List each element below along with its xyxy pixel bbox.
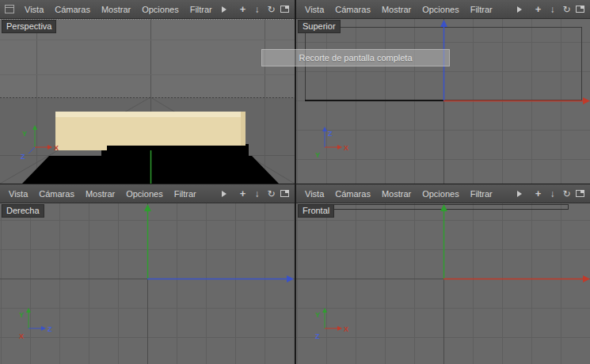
toggle-view-icon[interactable] [280, 6, 289, 13]
pan-icon[interactable]: + [238, 3, 248, 15]
axis-x-arrowhead [583, 97, 590, 104]
axis-z-arrowhead [440, 20, 447, 27]
gizmo-y-label: Y [315, 151, 320, 159]
rotate-icon[interactable]: ↻ [266, 4, 276, 15]
menu-filtrar[interactable]: Filtrar [465, 5, 498, 14]
menu-opciones[interactable]: Opciones [417, 5, 464, 14]
gizmo-y-label: Y [19, 311, 24, 319]
gizmo-x-label: X [54, 144, 59, 152]
menu-camaras[interactable]: Cámaras [49, 5, 96, 14]
menu-overflow-icon[interactable] [517, 6, 522, 13]
menu-vista[interactable]: Vista [299, 5, 329, 14]
menu-filtrar[interactable]: Filtrar [169, 189, 202, 199]
gizmo-z-label: Z [328, 130, 333, 138]
top-scene: Z X Y [296, 19, 590, 184]
rotate-icon[interactable]: ↻ [266, 188, 276, 199]
viewport-canvas-perspective[interactable]: Perspectiva [0, 19, 295, 184]
menu-overflow-icon[interactable] [222, 191, 226, 197]
viewport-label: Superior [298, 20, 341, 33]
menu-overflow-icon[interactable] [222, 6, 226, 13]
menu-camaras[interactable]: Cámaras [329, 5, 376, 14]
axis-z-arrowhead [287, 275, 294, 282]
menu-overflow-icon[interactable] [517, 191, 522, 197]
viewport-canvas-right[interactable]: Derecha Y Z X [0, 203, 295, 364]
axis-y-arrowhead [144, 204, 151, 211]
toggle-view-icon[interactable] [280, 190, 289, 197]
menubar-perspective: Vista Cámaras Mostrar Opciones Filtrar +… [0, 0, 295, 19]
menu-filtrar[interactable]: Filtrar [465, 189, 498, 199]
gizmo-x-label: X [344, 325, 348, 333]
rotate-icon[interactable]: ↻ [561, 188, 572, 199]
toggle-view-icon[interactable] [576, 6, 584, 13]
zoom-icon[interactable]: ↓ [252, 188, 262, 199]
axis-gizmo: Y X Z [315, 308, 348, 340]
gizmo-y-label: Y [22, 130, 27, 138]
menubar-front: Vista Cámaras Mostrar Opciones Filtrar +… [296, 184, 590, 203]
menubar-top: Vista Cámaras Mostrar Opciones Filtrar +… [296, 0, 590, 19]
pan-icon[interactable]: + [533, 188, 543, 199]
floor-plane-near[interactable] [101, 144, 249, 157]
toggle-view-icon[interactable] [576, 190, 584, 197]
gizmo-x-label: X [19, 332, 24, 340]
object-box[interactable] [55, 112, 246, 150]
menu-opciones[interactable]: Opciones [417, 189, 464, 199]
zoom-icon[interactable]: ↓ [547, 188, 558, 199]
menu-mostrar[interactable]: Mostrar [96, 5, 136, 14]
object-box-side-shade [241, 112, 246, 146]
rotate-icon[interactable]: ↻ [561, 4, 572, 15]
zoom-icon[interactable]: ↓ [252, 4, 262, 15]
gizmo-z-label: Z [315, 332, 320, 340]
object-outline-front[interactable] [325, 205, 569, 210]
pan-icon[interactable]: + [238, 188, 248, 199]
screen-capture-overlay: Recorte de pantalla completa [261, 49, 450, 66]
axis-gizmo: Z X Y [315, 127, 348, 159]
axis-gizmo: Y Z X [19, 308, 52, 340]
gizmo-z-label: Z [48, 325, 52, 333]
c4d-four-view-layout: Vista Cámaras Mostrar Opciones Filtrar +… [0, 0, 590, 364]
viewport-front: Vista Cámaras Mostrar Opciones Filtrar +… [296, 184, 590, 364]
pan-icon[interactable]: + [533, 3, 543, 15]
menu-camaras[interactable]: Cámaras [33, 189, 80, 199]
viewport-label: Perspectiva [2, 20, 56, 33]
object-box-top-face [55, 112, 246, 117]
viewport-top: Vista Cámaras Mostrar Opciones Filtrar +… [296, 0, 590, 184]
gizmo-x-label: X [344, 144, 348, 152]
menu-mostrar[interactable]: Mostrar [80, 189, 120, 199]
menu-vista[interactable]: Vista [299, 189, 329, 199]
viewport-window-icon[interactable] [5, 5, 14, 13]
menu-vista[interactable]: Vista [19, 5, 49, 14]
viewport-label: Derecha [2, 204, 44, 218]
perspective-scene: Y X Z [0, 19, 295, 184]
axis-y-arrowhead [440, 204, 447, 211]
menu-camaras[interactable]: Cámaras [329, 189, 376, 199]
gizmo-y-label: Y [315, 311, 320, 319]
viewport-canvas-top[interactable]: Superior Z X Y [296, 19, 590, 184]
right-scene: Y Z X [0, 203, 295, 364]
viewport-canvas-front[interactable]: Frontal Y X Z [296, 203, 590, 364]
menu-vista[interactable]: Vista [3, 189, 33, 199]
menubar-tools: + ↓ ↻ [219, 188, 291, 199]
menu-filtrar[interactable]: Filtrar [185, 5, 218, 14]
menu-mostrar[interactable]: Mostrar [376, 5, 417, 14]
menubar-tools: + ↓ ↻ [219, 3, 291, 15]
menu-mostrar[interactable]: Mostrar [376, 189, 417, 199]
zoom-icon[interactable]: ↓ [547, 4, 558, 15]
menubar-tools: + ↓ ↻ [514, 188, 587, 199]
gizmo-z-label: Z [21, 153, 25, 161]
viewport-perspective: Vista Cámaras Mostrar Opciones Filtrar +… [0, 0, 295, 184]
menu-opciones[interactable]: Opciones [136, 5, 184, 14]
menubar-right: Vista Cámaras Mostrar Opciones Filtrar +… [0, 184, 295, 203]
screen-capture-overlay-text: Recorte de pantalla completa [299, 53, 412, 63]
axis-x-arrowhead [583, 275, 590, 282]
front-scene: Y X Z [296, 203, 590, 364]
viewport-label: Frontal [298, 204, 334, 218]
menubar-tools: + ↓ ↻ [514, 3, 587, 15]
menu-opciones[interactable]: Opciones [120, 189, 168, 199]
viewport-right: Vista Cámaras Mostrar Opciones Filtrar +… [0, 184, 295, 364]
